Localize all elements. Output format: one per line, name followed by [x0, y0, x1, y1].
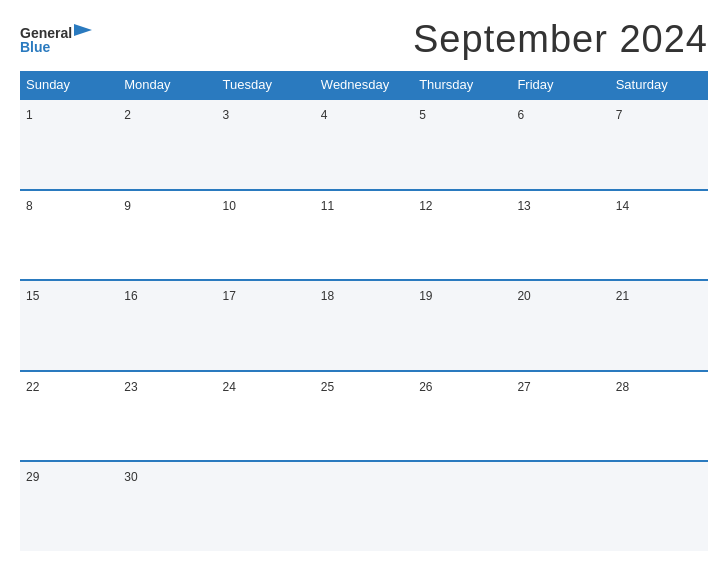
table-row — [610, 462, 708, 551]
table-row: 25 — [315, 372, 413, 461]
logo-flag-icon — [74, 24, 92, 40]
table-row: 4 — [315, 100, 413, 189]
table-row: 23 — [118, 372, 216, 461]
week-1: 1 2 3 4 5 6 7 — [20, 98, 708, 189]
table-row: 27 — [511, 372, 609, 461]
week-4: 22 23 24 25 26 27 28 — [20, 370, 708, 461]
calendar-page: General Blue September 2024 Sunday Monda… — [0, 0, 728, 563]
table-row — [511, 462, 609, 551]
table-row: 6 — [511, 100, 609, 189]
table-row: 15 — [20, 281, 118, 370]
table-row: 17 — [217, 281, 315, 370]
logo: General Blue — [20, 26, 92, 54]
week-5: 29 30 — [20, 460, 708, 551]
table-row: 16 — [118, 281, 216, 370]
day-thursday: Thursday — [413, 71, 511, 98]
table-row: 9 — [118, 191, 216, 280]
table-row: 8 — [20, 191, 118, 280]
table-row: 7 — [610, 100, 708, 189]
table-row: 14 — [610, 191, 708, 280]
table-row: 22 — [20, 372, 118, 461]
table-row: 13 — [511, 191, 609, 280]
month-title: September 2024 — [413, 18, 708, 61]
svg-marker-0 — [74, 24, 92, 36]
day-monday: Monday — [118, 71, 216, 98]
table-row: 10 — [217, 191, 315, 280]
table-row: 30 — [118, 462, 216, 551]
table-row: 18 — [315, 281, 413, 370]
week-3: 15 16 17 18 19 20 21 — [20, 279, 708, 370]
logo-left: General Blue — [20, 26, 92, 54]
table-row: 28 — [610, 372, 708, 461]
table-row: 12 — [413, 191, 511, 280]
logo-general: General — [20, 26, 72, 40]
table-row: 11 — [315, 191, 413, 280]
week-2: 8 9 10 11 12 13 14 — [20, 189, 708, 280]
header: General Blue September 2024 — [20, 18, 708, 61]
table-row: 19 — [413, 281, 511, 370]
day-friday: Friday — [511, 71, 609, 98]
logo-blue: Blue — [20, 40, 50, 54]
table-row: 2 — [118, 100, 216, 189]
table-row: 29 — [20, 462, 118, 551]
calendar: Sunday Monday Tuesday Wednesday Thursday… — [20, 71, 708, 551]
table-row: 26 — [413, 372, 511, 461]
day-tuesday: Tuesday — [217, 71, 315, 98]
table-row: 3 — [217, 100, 315, 189]
day-saturday: Saturday — [610, 71, 708, 98]
table-row — [217, 462, 315, 551]
logo-top-row: General — [20, 26, 92, 40]
day-wednesday: Wednesday — [315, 71, 413, 98]
days-header: Sunday Monday Tuesday Wednesday Thursday… — [20, 71, 708, 98]
table-row: 20 — [511, 281, 609, 370]
table-row: 5 — [413, 100, 511, 189]
calendar-body: 1 2 3 4 5 6 7 8 9 10 11 12 13 14 15 16 — [20, 98, 708, 551]
day-sunday: Sunday — [20, 71, 118, 98]
table-row: 24 — [217, 372, 315, 461]
table-row — [315, 462, 413, 551]
table-row — [413, 462, 511, 551]
table-row: 21 — [610, 281, 708, 370]
table-row: 1 — [20, 100, 118, 189]
